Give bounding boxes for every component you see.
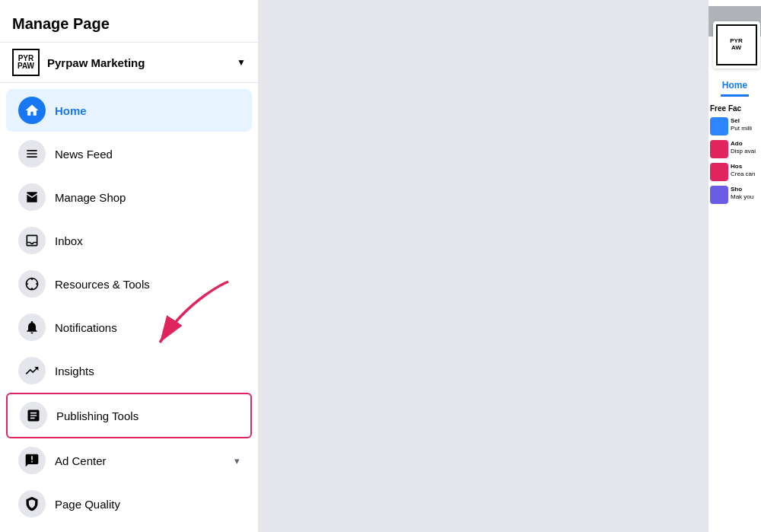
sidebar-item-notifications[interactable]: Notifications (6, 306, 252, 349)
home-tab[interactable]: Home (721, 75, 749, 97)
sidebar-item-label-ad-center: Ad Center (55, 454, 234, 467)
sidebar-item-publishing-tools[interactable]: Publishing Tools (6, 393, 252, 438)
sidebar-item-inbox[interactable]: Inbox (6, 219, 252, 262)
sidebar-item-label-manage-shop: Manage Shop (55, 191, 240, 204)
sidebar-item-label-home: Home (55, 104, 240, 117)
sidebar-item-label-page-quality: Page Quality (55, 498, 240, 511)
main-content (259, 0, 708, 532)
page-selector[interactable]: PYR PAW Pyrpaw Marketing ▼ (0, 42, 258, 83)
sidebar-item-label-resources-tools: Resources & Tools (55, 278, 240, 291)
sidebar-item-page-quality[interactable]: Page Quality (6, 483, 252, 525)
page-name: Pyrpaw Marketing (47, 56, 231, 69)
page-quality-icon (18, 490, 46, 518)
ad-center-chevron-icon: ▾ (234, 455, 240, 467)
fac-item-0: SelPut milli (710, 117, 759, 135)
free-fac-section: Free Fac SelPut milli AdoDisp avai HosCr… (708, 101, 761, 212)
resources-tools-icon (18, 270, 46, 298)
sidebar-item-home[interactable]: Home (6, 89, 252, 132)
publishing-tools-icon (20, 402, 47, 429)
sidebar-item-label-news-feed: News Feed (55, 148, 240, 161)
sidebar: Manage Page PYR PAW Pyrpaw Marketing ▼ H… (0, 0, 259, 532)
sidebar-item-ad-center[interactable]: Ad Center ▾ (6, 439, 252, 482)
fac-item-1: AdoDisp avai (710, 140, 759, 158)
insights-icon (18, 357, 46, 384)
right-panel: PYR AW Home Free Fac SelPut milli AdoDis… (708, 0, 761, 532)
sidebar-item-insights[interactable]: Insights (6, 349, 252, 392)
page-logo: PYR PAW (12, 49, 40, 76)
main-gray-area (259, 0, 708, 532)
home-icon (18, 97, 46, 124)
sidebar-item-label-publishing-tools: Publishing Tools (56, 409, 238, 422)
sidebar-item-manage-shop[interactable]: Manage Shop (6, 176, 252, 218)
sidebar-item-resources-tools[interactable]: Resources & Tools (6, 263, 252, 305)
sidebar-item-label-inbox: Inbox (55, 234, 240, 247)
free-fac-title: Free Fac (710, 104, 759, 113)
inbox-icon (18, 227, 46, 254)
profile-logo: PYR AW (713, 21, 760, 68)
ad-center-icon (18, 447, 46, 474)
chevron-down-icon: ▼ (237, 57, 246, 68)
sidebar-item-news-feed[interactable]: News Feed (6, 132, 252, 175)
sidebar-item-label-insights: Insights (55, 365, 240, 377)
notifications-icon (18, 314, 46, 341)
sidebar-item-label-notifications: Notifications (55, 321, 240, 334)
sidebar-item-edit-page-info[interactable]: Edit Page Info (6, 526, 252, 532)
manage-shop-icon (18, 183, 46, 211)
fac-item-3: ShoMak you (710, 186, 759, 204)
fac-item-2: HosCrea can (710, 163, 759, 181)
sidebar-title: Manage Page (0, 12, 258, 42)
news-feed-icon (18, 140, 46, 167)
